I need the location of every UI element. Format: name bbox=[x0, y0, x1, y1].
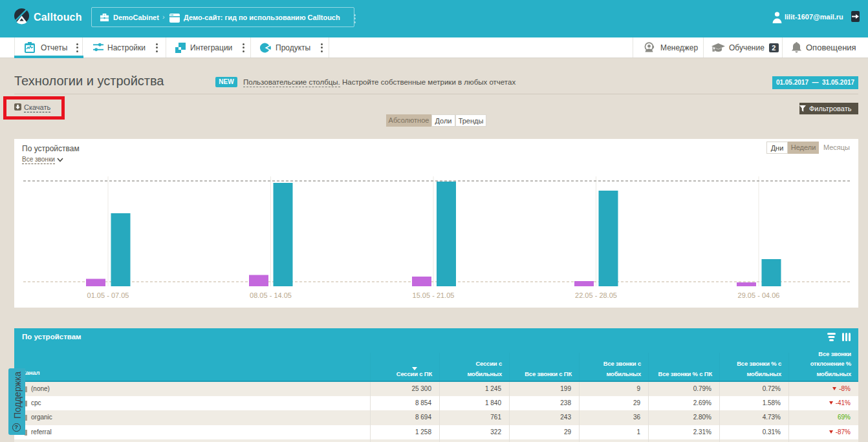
svg-text:15.05 - 21.05: 15.05 - 21.05 bbox=[413, 291, 455, 299]
svg-text:29.05 - 04.06: 29.05 - 04.06 bbox=[738, 291, 780, 299]
svg-text:08.05 - 14.05: 08.05 - 14.05 bbox=[250, 291, 292, 299]
svg-text:01.05 - 07.05: 01.05 - 07.05 bbox=[87, 291, 129, 299]
svg-text:22.05 - 28.05: 22.05 - 28.05 bbox=[575, 291, 617, 299]
